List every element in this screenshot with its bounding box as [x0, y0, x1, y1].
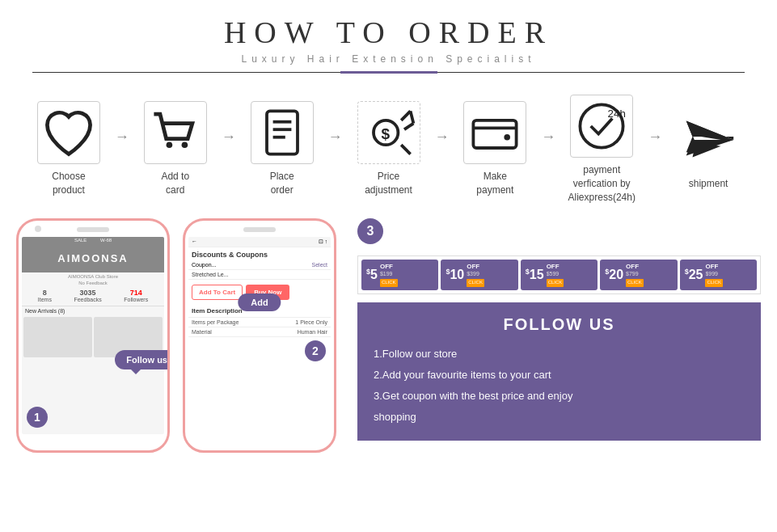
cart-icon	[144, 101, 207, 164]
phone-1-followers: 714 Followers	[124, 289, 148, 302]
phone-2-select: Select	[312, 262, 327, 268]
step-label-place-order: Placeorder	[270, 170, 294, 197]
phone-1-new-arrivals: New Arrivals (8)	[22, 306, 164, 315]
phone-2: ← ⊡ ↑ Discounts & Coupons Coupon... Sele…	[183, 218, 336, 453]
plane-icon	[677, 108, 740, 171]
step-shipment: shipment	[664, 108, 753, 191]
step-label-choose-product: Chooseproduct	[52, 170, 85, 197]
svg-line-8	[401, 112, 410, 120]
follow-panel: FOLLOW US 1.Follow our store 2.Add your …	[357, 302, 761, 441]
step-badge-3: 3	[357, 218, 383, 244]
phone-1: SALE W-68 AIMOONSA AIMOONSA Club Store N…	[16, 218, 170, 453]
phone-1-screen: SALE W-68 AIMOONSA AIMOONSA Club Store N…	[22, 237, 164, 434]
svg-rect-12	[474, 120, 517, 148]
svg-text:24h: 24h	[608, 108, 626, 120]
svg-line-11	[410, 112, 413, 124]
follow-bubble: Follow us	[115, 350, 170, 369]
coupon-4: $20 OFF $799 CLICK	[600, 260, 677, 289]
follow-panel-list: 1.Follow our store 2.Add your favourite …	[374, 344, 745, 428]
arrow-5: →	[541, 129, 555, 146]
follow-item-1: 1.Follow our store	[374, 344, 745, 365]
coupon-1: $5 OFF $199 CLICK	[361, 260, 438, 289]
coupon-5: $25 OFF $999 CLICK	[680, 260, 757, 289]
step-add-to-card: Add tocard	[131, 101, 220, 197]
svg-text:$: $	[381, 125, 390, 142]
phone-1-feedbacks: 3035 Feedbacks	[74, 289, 101, 302]
phone-1-stats: 8 Items 3035 Feedbacks 714 Followers	[22, 285, 164, 306]
page-header: HOW TO ORDER Luxury Hair Extension Speci…	[0, 0, 777, 80]
follow-item-3: 3.Get coupon with the best price and enj…	[374, 386, 745, 428]
arrow-4: →	[434, 129, 449, 146]
phone-1-img-1	[23, 317, 92, 357]
step-make-payment: Makepayment	[450, 101, 539, 197]
coupon-2: $10 OFF $399 CLICK	[441, 260, 517, 289]
step-label-price-adjustment: Priceadjustment	[365, 170, 412, 197]
steps-row: Chooseproduct → Add tocard → Placeorder …	[0, 80, 777, 212]
arrow-1: →	[115, 129, 129, 146]
svg-line-9	[404, 124, 413, 130]
phone-1-items: 8 Items	[38, 289, 52, 302]
svg-rect-2	[267, 112, 298, 154]
phone-2-stretched: Stretched Le...	[188, 270, 331, 280]
page-title: HOW TO ORDER	[0, 15, 777, 50]
phone-2-icons: ⊡ ↑	[319, 239, 327, 245]
step-payment-verification: 24h paymentverfication byAliexpress(24h)	[557, 95, 646, 204]
svg-point-0	[166, 142, 172, 149]
header-divider	[32, 71, 745, 74]
step-label-make-payment: Makepayment	[476, 170, 513, 197]
price-icon: $	[357, 101, 420, 164]
svg-point-1	[181, 142, 188, 149]
phone-2-desc-row-2: Material Human Hair	[188, 327, 331, 337]
step-place-order: Placeorder	[238, 101, 327, 197]
page-subtitle: Luxury Hair Extension Specialist	[0, 53, 777, 65]
arrow-3: →	[328, 129, 343, 146]
phone-2-header: ← ⊡ ↑	[188, 237, 331, 247]
step-price-adjustment: $ Priceadjustment	[344, 101, 433, 197]
phone-2-desc-row-1: Items per Package 1 Piece Only	[188, 318, 331, 327]
right-panel: 3 $5 OFF $199 CLICK $10 OFF $399 CLICK	[357, 218, 761, 453]
svg-point-13	[505, 134, 511, 141]
verify-icon: 24h	[570, 95, 633, 158]
phone-1-brand: AIMOONSA	[57, 252, 129, 264]
follow-item-2: 2.Add your favourite items to your cart	[374, 365, 745, 386]
heart-icon	[37, 101, 100, 164]
step-choose-product: Chooseproduct	[24, 101, 113, 197]
wallet-icon	[463, 101, 526, 164]
order-icon	[251, 101, 314, 164]
phone-2-screen: ← ⊡ ↑ Discounts & Coupons Coupon... Sele…	[188, 237, 331, 434]
arrow-2: →	[222, 129, 236, 146]
phone-1-status-bar: SALE W-68	[22, 237, 164, 243]
phone-1-store-label: AIMOONSA Club Store	[22, 272, 164, 281]
step-label-add-to-card: Add tocard	[161, 170, 189, 197]
svg-line-10	[401, 146, 410, 154]
add-to-cart-button[interactable]: Add To Cart	[192, 285, 243, 300]
coupon-3: $15 OFF $599 CLICK	[521, 260, 598, 289]
step-label-payment-verification: paymentverfication byAliexpress(24h)	[568, 163, 636, 204]
add-bubble: Add	[238, 293, 281, 311]
follow-panel-title: FOLLOW US	[374, 315, 745, 334]
phone-2-coupon-row: Coupon... Select	[188, 260, 331, 270]
arrow-6: →	[648, 129, 662, 146]
coupon-strip: $5 OFF $199 CLICK $10 OFF $399 CLICK $15	[357, 255, 761, 293]
step-label-shipment: shipment	[689, 177, 728, 191]
bottom-section: SALE W-68 AIMOONSA AIMOONSA Club Store N…	[0, 218, 777, 453]
phone-2-section-title: Discounts & Coupons	[188, 247, 331, 260]
